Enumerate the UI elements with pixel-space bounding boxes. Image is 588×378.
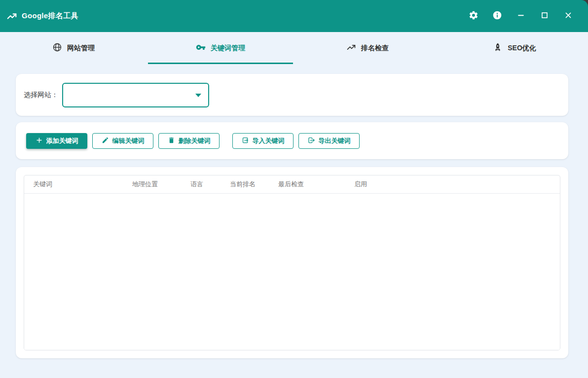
titlebar: Google排名工具	[0, 0, 588, 32]
info-button[interactable]	[491, 10, 503, 22]
edit-keyword-button[interactable]: 编辑关键词	[92, 133, 153, 149]
site-select-dropdown[interactable]	[62, 83, 209, 107]
keyword-table-card: 关键词 地理位置 语言 当前排名 最后检查 启用	[16, 167, 568, 358]
tab-seo-optimization[interactable]: SEO优化	[441, 32, 588, 64]
main-tabbar: 网站管理 关键词管理 排名检查	[0, 32, 588, 64]
info-icon	[492, 10, 502, 22]
add-keyword-button[interactable]: 添加关键词	[26, 133, 87, 149]
keyword-table: 关键词 地理位置 语言 当前排名 最后检查 启用	[24, 175, 560, 350]
close-icon	[563, 10, 573, 22]
site-selector-card: 选择网站：	[16, 74, 568, 116]
app-window: Google排名工具	[0, 0, 588, 378]
trending-up-icon	[346, 42, 356, 54]
key-icon	[196, 42, 206, 54]
tab-site-management[interactable]: 网站管理	[0, 32, 147, 64]
settings-button[interactable]	[468, 10, 479, 22]
site-select-label: 选择网站：	[24, 91, 58, 100]
chevron-down-icon	[195, 94, 201, 97]
tab-label: 关键词管理	[211, 44, 245, 53]
button-label: 添加关键词	[46, 137, 78, 145]
column-header-keyword: 关键词	[24, 180, 123, 189]
button-label: 导出关键词	[319, 137, 351, 145]
column-header-location: 地理位置	[123, 180, 182, 189]
maximize-icon	[540, 10, 550, 22]
maximize-button[interactable]	[539, 10, 551, 22]
trash-icon	[168, 137, 175, 145]
table-header-row: 关键词 地理位置 语言 当前排名 最后检查 启用	[24, 175, 560, 194]
column-header-last-check: 最后检查	[269, 180, 345, 189]
keyword-toolbar-card: 添加关键词 编辑关键词 删除关键词	[16, 122, 568, 159]
button-label: 删除关键词	[179, 137, 211, 145]
rocket-icon	[493, 42, 503, 54]
minimize-button[interactable]	[515, 10, 527, 22]
import-keyword-button[interactable]: 导入关键词	[232, 133, 294, 149]
trending-up-icon	[6, 11, 17, 22]
window-title: Google排名工具	[22, 11, 78, 21]
gear-icon	[469, 10, 478, 22]
column-header-language: 语言	[182, 180, 221, 189]
import-icon	[242, 137, 249, 145]
column-header-rank: 当前排名	[221, 180, 269, 189]
button-label: 导入关键词	[253, 137, 285, 145]
close-button[interactable]	[562, 10, 574, 22]
tab-label: 排名检查	[361, 44, 389, 53]
minimize-icon	[516, 10, 526, 22]
pencil-icon	[102, 137, 109, 145]
tab-keyword-management[interactable]: 关键词管理	[147, 32, 294, 64]
tab-label: 网站管理	[67, 44, 95, 53]
plus-icon	[36, 137, 43, 145]
delete-keyword-button[interactable]: 删除关键词	[158, 133, 220, 149]
table-body-empty	[24, 194, 560, 350]
tab-label: SEO优化	[508, 44, 536, 53]
export-keyword-button[interactable]: 导出关键词	[298, 133, 360, 149]
globe-icon	[52, 42, 62, 54]
export-icon	[308, 137, 315, 145]
tab-rank-check[interactable]: 排名检查	[294, 32, 441, 64]
button-label: 编辑关键词	[112, 137, 145, 145]
active-tab-indicator	[148, 63, 293, 64]
column-header-enabled: 启用	[345, 180, 560, 189]
